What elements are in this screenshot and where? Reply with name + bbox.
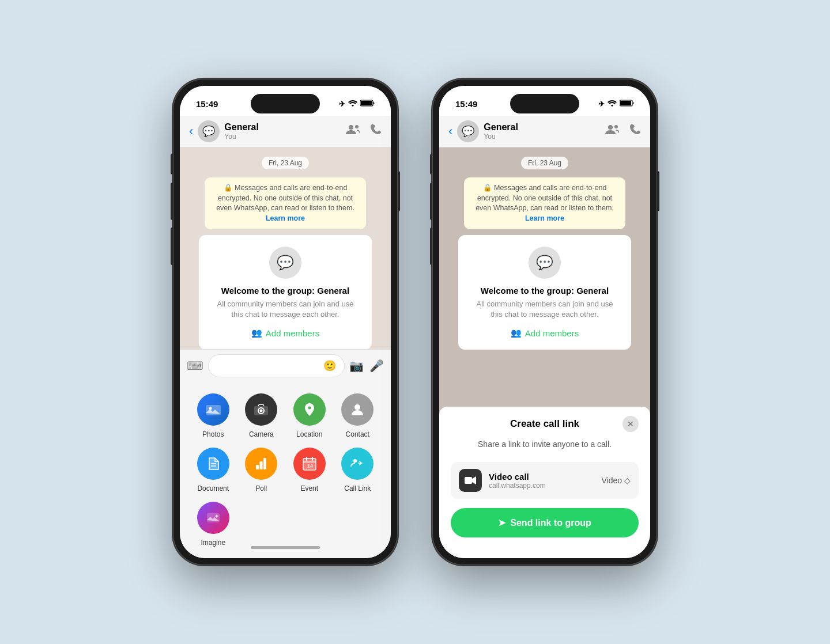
group-sub-1: You [224, 132, 341, 141]
header-actions-2 [605, 123, 641, 139]
phone-screen-1: 15:49 ✈ ‹ 💬 General You [180, 86, 391, 558]
camera-icon [245, 393, 277, 426]
svg-point-25 [608, 125, 613, 130]
calllink-label: Call Link [344, 484, 371, 493]
welcome-card-1: 💬 Welcome to the group: General All comm… [199, 235, 372, 349]
send-icon: ➤ [498, 517, 505, 528]
call-button-2[interactable] [628, 123, 641, 139]
chat-icon: 💬 [202, 125, 215, 138]
svg-point-9 [260, 410, 263, 412]
attach-imagine[interactable]: Imagine [189, 502, 237, 547]
call-button-1[interactable] [369, 123, 382, 139]
volume-up-button-2 [430, 183, 432, 220]
svg-point-4 [357, 127, 360, 130]
welcome-desc-2: All community members can join and use t… [472, 299, 617, 320]
back-button-1[interactable]: ‹ [189, 124, 193, 139]
attach-camera[interactable]: Camera [237, 393, 286, 438]
svg-point-2 [349, 125, 353, 130]
input-bar-1: ⌨ 🙂 📷 🎤 [180, 349, 391, 382]
svg-rect-27 [465, 477, 472, 484]
imagine-label: Imagine [201, 539, 225, 547]
welcome-title-2: Welcome to the group: General [472, 286, 617, 296]
camera-input-icon-1[interactable]: 📷 [349, 359, 364, 373]
calllink-icon [341, 448, 373, 480]
mute-button [171, 154, 173, 175]
phone-screen-2: 15:49 ✈ ‹ 💬 General You [439, 86, 650, 558]
poll-label: Poll [255, 484, 267, 493]
add-members-icon-1: 👥 [251, 328, 262, 338]
attach-contact[interactable]: Contact [334, 393, 382, 438]
svg-rect-15 [263, 458, 266, 469]
welcome-icon-1: 💬 [269, 247, 301, 279]
keyboard-toggle-1[interactable]: ⌨ [187, 359, 203, 373]
contact-icon [341, 393, 373, 426]
message-input-1[interactable]: 🙂 [208, 354, 345, 377]
location-icon [293, 393, 326, 426]
back-button-2[interactable]: ‹ [448, 124, 452, 139]
avatar-1: 💬 [198, 120, 220, 142]
time-display-2: 15:49 [455, 99, 477, 109]
add-members-label-1: Add members [266, 328, 319, 338]
add-members-label-2: Add members [525, 328, 579, 338]
svg-rect-24 [620, 101, 631, 105]
add-members-btn-1[interactable]: 👥 Add members [213, 328, 358, 338]
chat-header-2: ‹ 💬 General You [439, 116, 650, 147]
send-link-button[interactable]: ➤ Send link to group [451, 508, 639, 537]
contact-label: Contact [346, 430, 369, 438]
modal-header: Create call link ✕ [451, 418, 639, 430]
input-icons-1: 📷 🎤 [349, 359, 384, 373]
svg-rect-1 [361, 101, 372, 105]
encryption-notice-1: 🔒 Messages and calls are end-to-end encr… [216, 184, 354, 212]
group-name-2: General [484, 122, 601, 132]
volume-down-button-2 [430, 228, 432, 265]
svg-rect-13 [256, 465, 259, 469]
modal-title: Create call link [510, 418, 579, 430]
svg-rect-14 [260, 461, 263, 469]
call-type-dropdown[interactable]: Video ◇ [602, 476, 631, 485]
chat-messages-2: Fri, 23 Aug 🔒 Messages and calls are end… [439, 147, 650, 357]
header-actions-1 [346, 123, 382, 139]
mic-input-icon-1[interactable]: 🎤 [369, 359, 384, 373]
date-badge-1: Fri, 23 Aug [262, 157, 309, 169]
welcome-title-1: Welcome to the group: General [213, 286, 358, 296]
create-call-link-modal: Create call link ✕ Share a link to invit… [439, 407, 650, 558]
modal-close-button[interactable]: ✕ [622, 416, 639, 432]
welcome-desc-1: All community members can join and use t… [213, 299, 358, 320]
chat-header-1: ‹ 💬 General You [180, 116, 391, 147]
attach-location[interactable]: Location [285, 393, 334, 438]
date-badge-2: Fri, 23 Aug [521, 157, 568, 169]
attachment-menu-1: Photos Camera Location Con [180, 382, 391, 558]
camera-label: Camera [249, 430, 274, 438]
group-members-button-2[interactable] [605, 124, 619, 139]
phone-2: 15:49 ✈ ‹ 💬 General You [432, 79, 657, 565]
photos-icon [197, 393, 229, 426]
svg-point-21 [353, 459, 357, 463]
power-button-2 [657, 171, 659, 211]
attach-poll[interactable]: Poll [237, 448, 286, 493]
attach-calllink[interactable]: Call Link [334, 448, 382, 493]
chat-icon-2: 💬 [462, 125, 474, 138]
learn-more-2[interactable]: Learn more [525, 214, 564, 222]
volume-down-button [171, 228, 173, 265]
volume-up-button [171, 183, 173, 220]
modal-subtitle: Share a link to invite anyone to a call. [451, 439, 639, 450]
svg-point-10 [354, 404, 360, 410]
attach-document[interactable]: Document [189, 448, 237, 493]
svg-point-26 [614, 125, 618, 128]
home-indicator-1 [251, 546, 320, 549]
chat-area-1: Fri, 23 Aug 🔒 Messages and calls are end… [180, 147, 391, 349]
attach-event[interactable]: 14 Event [285, 448, 334, 493]
call-option-row: Video call call.whatsapp.com Video ◇ [451, 462, 639, 499]
sticker-icon-1[interactable]: 🙂 [323, 359, 336, 372]
event-icon: 14 [293, 448, 326, 480]
call-info: Video call call.whatsapp.com [489, 472, 595, 490]
status-icons-2: ✈ [598, 100, 634, 108]
attach-photos[interactable]: Photos [189, 393, 237, 438]
group-name-1: General [224, 122, 341, 132]
chat-messages-1: Fri, 23 Aug 🔒 Messages and calls are end… [180, 147, 391, 349]
group-members-button-1[interactable] [346, 124, 360, 139]
document-icon [197, 448, 229, 480]
learn-more-1[interactable]: Learn more [266, 214, 305, 222]
status-icons-1: ✈ [339, 100, 375, 108]
add-members-btn-2[interactable]: 👥 Add members [472, 328, 617, 338]
